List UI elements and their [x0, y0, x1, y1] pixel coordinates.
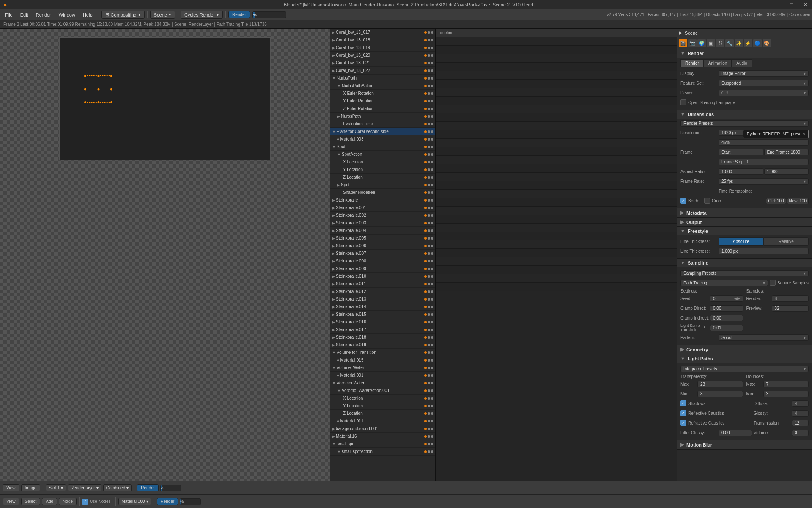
tree-dot-1-2[interactable] [431, 39, 433, 41]
aspect-x-field[interactable]: 1.000 [719, 168, 763, 175]
tree-dot-45-1[interactable] [428, 374, 430, 377]
add-btn[interactable]: Add [42, 498, 57, 505]
tree-dot-12-0[interactable] [424, 123, 427, 125]
integrator-presets-dropdown[interactable]: Integrator Presets [680, 366, 809, 372]
tree-dot-11-1[interactable] [428, 115, 430, 118]
tree-dot-13-0[interactable] [424, 130, 427, 133]
tree-dot-27-1[interactable] [428, 237, 430, 240]
frame-step-field[interactable]: Frame Step: 1 [719, 159, 809, 165]
tree-dot-18-0[interactable] [424, 168, 427, 171]
tree-dot-3-2[interactable] [431, 54, 433, 57]
tree-item-45[interactable]: ●Material.001 [330, 372, 435, 379]
tree-dot-40-0[interactable] [424, 336, 427, 339]
tree-item-33[interactable]: ▶Steinkoralle.011 [330, 280, 435, 288]
tree-item-55[interactable]: ▼small spotAction [330, 448, 435, 456]
tree-dot-18-2[interactable] [431, 168, 433, 171]
tree-dot-12-1[interactable] [428, 123, 430, 125]
tree-dot-17-1[interactable] [428, 161, 430, 163]
tree-dot-32-1[interactable] [428, 275, 430, 278]
select-btn[interactable]: Select [21, 498, 41, 505]
tab-audio[interactable]: Audio [732, 59, 752, 67]
close-button[interactable]: ✕ [798, 0, 812, 9]
tree-item-9[interactable]: Y Euler Rotation [330, 97, 435, 105]
tree-dot-48-1[interactable] [428, 397, 430, 400]
tree-item-13[interactable]: ▼Plane for Coral second side [330, 128, 435, 135]
tree-dot-53-1[interactable] [428, 435, 430, 438]
tree-dot-35-2[interactable] [431, 298, 433, 301]
tree-dot-28-2[interactable] [431, 245, 433, 247]
tree-dot-21-0[interactable] [424, 191, 427, 194]
tree-dot-15-0[interactable] [424, 146, 427, 148]
tree-dot-20-2[interactable] [431, 184, 433, 186]
path-tracing-dropdown[interactable]: Path Tracing [680, 280, 768, 286]
feature-dropdown[interactable]: Supported [719, 80, 809, 86]
tree-item-27[interactable]: ▶Steinkoralle.005 [330, 235, 435, 242]
tree-item-5[interactable]: ▶Coral_bw_13_022 [330, 67, 435, 75]
tree-dot-18-1[interactable] [428, 168, 430, 171]
tree-item-0[interactable]: ▶Coral_bw_13_017 [330, 29, 435, 36]
tree-dot-50-0[interactable] [424, 412, 427, 415]
tree-dot-19-2[interactable] [431, 176, 433, 179]
device-dropdown[interactable]: CPU [719, 90, 809, 96]
node-btn[interactable]: Node [59, 498, 77, 505]
tree-item-23[interactable]: ▶Steinkoralle.001 [330, 204, 435, 212]
tree-dot-38-2[interactable] [431, 321, 433, 323]
tree-dot-25-2[interactable] [431, 222, 433, 224]
tree-dot-54-1[interactable] [428, 443, 430, 445]
metadata-header[interactable]: ▶ Metadata [677, 208, 812, 217]
tree-dot-31-1[interactable] [428, 268, 430, 270]
tree-dot-2-1[interactable] [428, 47, 430, 49]
menu-help[interactable]: Help [80, 11, 96, 18]
tree-item-47[interactable]: ▼Voromoi WaterAction.001 [330, 387, 435, 395]
tree-item-1[interactable]: ▶Coral_bw_13_018 [330, 36, 435, 44]
geometry-header[interactable]: ▶ Geometry [677, 345, 812, 354]
bounces-max-field[interactable]: 7 [763, 381, 809, 387]
constraint-icon[interactable]: ⛓ [716, 39, 724, 47]
tree-dot-16-0[interactable] [424, 153, 427, 156]
tree-item-26[interactable]: ▶Steinkoralle.004 [330, 227, 435, 235]
view-btn1[interactable]: View [3, 484, 19, 491]
tree-dot-3-0[interactable] [424, 54, 427, 57]
tree-dot-16-2[interactable] [431, 153, 433, 156]
tree-dot-30-1[interactable] [428, 260, 430, 262]
shadows-checkbox[interactable] [680, 400, 686, 406]
camera-icon[interactable]: 📷 [688, 39, 697, 47]
tree-dot-48-2[interactable] [431, 397, 433, 400]
tree-dot-19-1[interactable] [428, 176, 430, 179]
tree-dot-24-1[interactable] [428, 214, 430, 217]
tree-dot-10-0[interactable] [424, 108, 427, 110]
tree-dot-34-2[interactable] [431, 290, 433, 293]
transmission-field[interactable]: 12 [792, 420, 809, 426]
trans-max-field[interactable]: 23 [697, 381, 743, 387]
tree-dot-44-1[interactable] [428, 367, 430, 369]
tree-dot-29-0[interactable] [424, 252, 427, 255]
tree-dot-46-1[interactable] [428, 382, 430, 384]
tree-dot-38-1[interactable] [428, 321, 430, 323]
clamp-direct-field[interactable]: 0.00 [710, 305, 743, 312]
tree-dot-52-1[interactable] [428, 428, 430, 430]
material-dropdown[interactable]: Material.000 ▾ [118, 498, 151, 505]
tree-dot-4-2[interactable] [431, 62, 433, 64]
tree-dot-9-1[interactable] [428, 100, 430, 102]
tree-item-31[interactable]: ▶Steinkoralle.009 [330, 265, 435, 273]
volume-field[interactable]: 0 [792, 430, 809, 436]
tree-dot-23-0[interactable] [424, 207, 427, 209]
open-shading-checkbox[interactable] [680, 99, 686, 105]
tree-dot-22-2[interactable] [431, 199, 433, 202]
tree-item-20[interactable]: ▶Spot [330, 181, 435, 189]
trans-min-field[interactable]: 8 [697, 391, 743, 397]
tree-dot-26-0[interactable] [424, 229, 427, 232]
tree-dot-21-1[interactable] [428, 191, 430, 194]
tree-dot-17-2[interactable] [431, 161, 433, 163]
tree-dot-42-1[interactable] [428, 351, 430, 354]
tree-dot-23-1[interactable] [428, 207, 430, 209]
tree-item-46[interactable]: ▼Voromoi Water [330, 379, 435, 387]
tree-item-7[interactable]: ▼NurbsPathAction [330, 82, 435, 90]
tree-dot-7-1[interactable] [428, 85, 430, 87]
tree-dot-27-0[interactable] [424, 237, 427, 240]
tree-dot-8-2[interactable] [431, 92, 433, 95]
tree-item-24[interactable]: ▶Steinkoralle.002 [330, 212, 435, 219]
tree-dot-12-2[interactable] [431, 123, 433, 125]
tree-dot-8-0[interactable] [424, 92, 427, 95]
tree-dot-44-2[interactable] [431, 367, 433, 369]
